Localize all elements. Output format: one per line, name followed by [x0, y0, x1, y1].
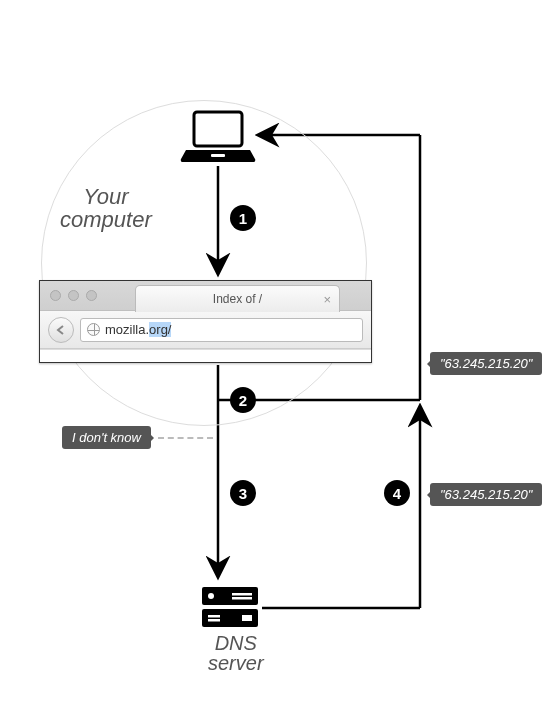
window-controls[interactable]: [50, 290, 97, 301]
tab-close-icon[interactable]: ×: [323, 292, 331, 307]
step-4-badge: 4: [384, 480, 410, 506]
url-selected-text: org/: [149, 322, 171, 337]
url-domain-text: mozilla.: [105, 322, 149, 337]
browser-content-strip: [40, 349, 371, 362]
browser-tab[interactable]: Index of / ×: [135, 285, 340, 312]
svg-point-12: [208, 593, 214, 599]
svg-rect-13: [232, 593, 252, 596]
step-3-badge: 3: [230, 480, 256, 506]
ip-bubble-top: "63.245.215.20": [430, 352, 542, 375]
svg-rect-8: [194, 112, 242, 146]
minimize-window-icon[interactable]: [68, 290, 79, 301]
svg-rect-17: [242, 615, 252, 621]
your-computer-label: Your computer: [60, 185, 152, 231]
your-computer-label-line1: Your: [60, 185, 152, 208]
dashed-connector: [158, 437, 213, 439]
laptop-icon: [180, 110, 256, 168]
back-button[interactable]: [48, 317, 74, 343]
svg-rect-14: [232, 597, 252, 600]
browser-toolbar: mozilla.org/: [40, 311, 371, 349]
step-1-badge: 1: [230, 205, 256, 231]
browser-window: Index of / × mozilla.org/: [39, 280, 372, 363]
dont-know-bubble: I don't know: [62, 426, 151, 449]
svg-rect-15: [208, 615, 220, 618]
svg-rect-9: [211, 154, 225, 157]
zoom-window-icon[interactable]: [86, 290, 97, 301]
server-icon: [200, 583, 260, 635]
dns-server-label-line1: DNS: [208, 633, 264, 653]
globe-icon: [87, 323, 100, 336]
dns-server-label: DNS server: [208, 633, 264, 673]
address-bar[interactable]: mozilla.org/: [80, 318, 363, 342]
browser-tab-bar: Index of / ×: [40, 281, 371, 311]
svg-rect-16: [208, 619, 220, 622]
dns-server-label-line2: server: [208, 653, 264, 673]
ip-bubble-bottom: "63.245.215.20": [430, 483, 542, 506]
tab-title: Index of /: [213, 292, 262, 306]
your-computer-label-line2: computer: [60, 208, 152, 231]
close-window-icon[interactable]: [50, 290, 61, 301]
step-2-badge: 2: [230, 387, 256, 413]
